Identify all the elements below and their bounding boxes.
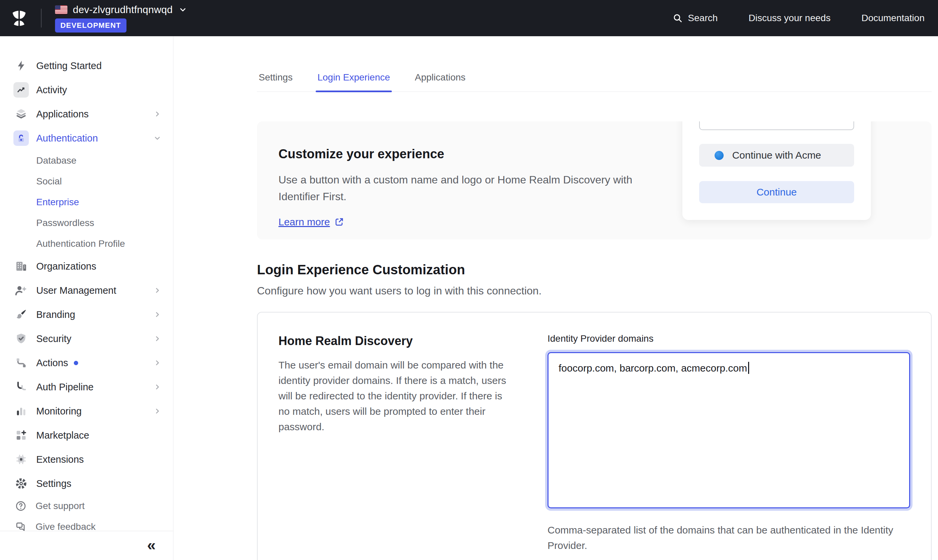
user-gear-icon: [14, 283, 29, 298]
learn-more-link[interactable]: Learn more: [279, 216, 330, 228]
tenant-name: dev-zlvgrudhtfnqnwqd: [73, 4, 173, 15]
acme-logo-icon: [715, 151, 724, 160]
sidebar-subitem-passwordless[interactable]: Passwordless: [0, 212, 173, 233]
page-title: Login Experience Customization: [257, 262, 932, 277]
sidebar: Getting Started Activity Applications: [0, 36, 173, 560]
page-subtitle: Configure how you want users to log in w…: [257, 285, 932, 297]
login-preview-panel: Continue with Acme Continue: [682, 122, 871, 220]
identity-provider-domains-input[interactable]: foocorp.com, barcorp.com, acmecorp.com: [547, 352, 910, 508]
sidebar-item-settings[interactable]: Settings: [0, 471, 173, 495]
sidebar-footer: «: [0, 531, 173, 560]
paintbrush-icon: [14, 307, 29, 322]
sidebar-item-activity[interactable]: Activity: [0, 78, 173, 102]
sidebar-item-monitoring[interactable]: Monitoring: [0, 399, 173, 423]
chevron-right-icon: [153, 383, 162, 391]
identity-provider-domains-helper: Comma-separated list of the domains that…: [547, 522, 896, 553]
identity-provider-domains-value: foocorp.com, barcorp.com, acmecorp.com: [559, 363, 747, 374]
search-label: Search: [688, 13, 718, 23]
environment-badge: DEVELOPMENT: [55, 18, 126, 32]
sidebar-subitem-social[interactable]: Social: [0, 171, 173, 192]
auth0-dashboard: dev-zlvgrudhtfnqnwqd DEVELOPMENT Search …: [0, 0, 938, 560]
chevron-right-icon: [153, 310, 162, 319]
chevron-down-icon: [178, 5, 188, 14]
chevron-right-icon: [153, 334, 162, 343]
customize-experience-card: Customize your experience Use a button w…: [257, 122, 932, 239]
sidebar-item-user-management[interactable]: User Management: [0, 278, 173, 303]
text-caret: [748, 362, 749, 374]
activity-chart-icon: [14, 82, 29, 98]
sidebar-item-authentication[interactable]: Authentication: [0, 126, 173, 150]
customize-card-description: Use a button with a custom name and logo…: [279, 171, 641, 205]
search-icon: [672, 13, 683, 23]
sidebar-subitem-database[interactable]: Database: [0, 150, 173, 171]
tab-settings[interactable]: Settings: [257, 72, 294, 92]
home-realm-discovery-card: Home Realm Discovery The user's email do…: [257, 312, 932, 560]
sidebar-item-organizations[interactable]: Organizations: [0, 254, 173, 278]
sidebar-subitem-enterprise[interactable]: Enterprise: [0, 192, 173, 212]
chevron-right-icon: [153, 407, 162, 415]
squares-plus-icon: [14, 428, 29, 443]
help-circle-icon: [14, 499, 28, 513]
bar-chart-icon: [14, 403, 29, 419]
sidebar-item-branding[interactable]: Branding: [0, 303, 173, 327]
customize-card-title: Customize your experience: [279, 147, 641, 161]
new-feature-dot: [74, 361, 78, 365]
chip-icon: [14, 452, 29, 467]
sidebar-item-auth-pipeline[interactable]: Auth Pipeline: [0, 375, 173, 399]
sidebar-subitem-authentication-profile[interactable]: Authentication Profile: [0, 233, 173, 254]
discuss-your-needs-link[interactable]: Discuss your needs: [749, 13, 830, 23]
preview-sso-button[interactable]: Continue with Acme: [699, 144, 854, 167]
top-bar: dev-zlvgrudhtfnqnwqd DEVELOPMENT Search …: [0, 0, 938, 36]
sidebar-item-getting-started[interactable]: Getting Started: [0, 54, 173, 78]
sidebar-item-get-support[interactable]: Get support: [0, 495, 173, 516]
sidebar-item-actions[interactable]: Actions: [0, 351, 173, 375]
documentation-link[interactable]: Documentation: [861, 13, 924, 23]
main-content: Settings Login Experience Applications C…: [173, 36, 938, 560]
tab-applications[interactable]: Applications: [413, 72, 467, 92]
hrd-title: Home Realm Discovery: [279, 334, 515, 348]
buildings-icon: [14, 258, 29, 274]
unlock-icon: [14, 131, 29, 146]
identity-provider-domains-label: Identity Provider domains: [547, 333, 910, 344]
auth0-logo-icon: [10, 9, 28, 27]
sidebar-item-marketplace[interactable]: Marketplace: [0, 423, 173, 447]
sidebar-item-security[interactable]: Security: [0, 327, 173, 351]
preview-email-input[interactable]: [699, 122, 854, 130]
tenant-switcher[interactable]: dev-zlvgrudhtfnqnwqd: [55, 4, 188, 15]
pipeline-icon: [14, 379, 29, 395]
sidebar-item-applications[interactable]: Applications: [0, 102, 173, 126]
shield-check-icon: [14, 331, 29, 346]
chevron-right-icon: [153, 286, 162, 295]
chevron-right-icon: [153, 358, 162, 367]
search-button[interactable]: Search: [672, 13, 718, 23]
bolt-icon: [14, 58, 29, 74]
preview-continue-button[interactable]: Continue: [699, 181, 854, 203]
gear-icon: [14, 476, 29, 491]
chevron-right-icon: [153, 110, 162, 118]
tab-login-experience[interactable]: Login Experience: [316, 72, 391, 92]
external-link-icon: [334, 217, 345, 227]
hrd-description: The user's email domain will be compared…: [279, 357, 515, 435]
tab-bar: Settings Login Experience Applications: [257, 72, 932, 92]
flow-icon: [14, 355, 29, 371]
collapse-sidebar-button[interactable]: «: [147, 537, 156, 552]
us-flag-icon: [55, 5, 68, 14]
topbar-divider: [41, 9, 42, 28]
sidebar-item-extensions[interactable]: Extensions: [0, 447, 173, 471]
chevron-down-icon: [153, 134, 162, 143]
layers-icon: [14, 106, 29, 122]
